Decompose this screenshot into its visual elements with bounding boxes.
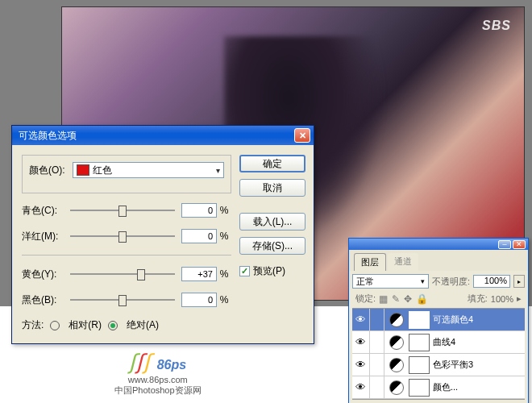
layer-item[interactable]: 👁 曲线4 [352,331,525,354]
layer-name[interactable]: 色彩平衡3 [430,359,525,371]
absolute-label: 绝对(A) [127,318,159,332]
visibility-icon[interactable]: 👁 [352,331,370,354]
selective-color-dialog: 可选颜色选项 ✕ 颜色(O): 红色 ▾ 青色(C): % 洋红(M): [11,125,314,344]
ok-button[interactable]: 确定 [239,155,305,172]
broadcast-watermark: SBS [482,19,511,33]
panel-titlebar[interactable]: – ✕ [349,239,528,250]
visibility-icon[interactable]: 👁 [352,376,370,399]
tab-layers[interactable]: 图层 [354,253,386,271]
magenta-input[interactable] [181,229,217,243]
blend-mode-select[interactable]: 正常 ▾ [352,274,429,289]
dialog-titlebar[interactable]: 可选颜色选项 ✕ [12,126,314,145]
panel-close-icon[interactable]: ✕ [513,240,526,249]
cyan-slider[interactable] [70,203,175,218]
layers-panel: – ✕ 图层 通道 正常 ▾ 不透明度: 100% ▸ 锁定: ▦ ✎ ✥ 🔒 … [348,238,529,403]
lock-transparency-icon[interactable]: ▦ [379,293,388,305]
close-icon[interactable]: ✕ [294,128,310,143]
layer-mask-thumb[interactable] [409,356,430,374]
chevron-down-icon: ▾ [421,277,425,285]
adjustment-icon [389,380,404,395]
black-slider[interactable] [70,293,175,307]
black-input[interactable] [181,293,217,307]
adjustment-icon [389,358,404,372]
layer-name[interactable]: 颜色... [430,381,525,393]
magenta-label: 洋红(M): [22,230,70,243]
visibility-icon[interactable]: 👁 [352,309,370,331]
adjustment-icon [389,313,404,327]
yellow-input[interactable] [181,267,217,281]
preview-checkbox[interactable]: ✓ 预览(P) [239,264,305,278]
layer-name[interactable]: 曲线4 [430,336,525,348]
yellow-slider[interactable] [70,267,175,281]
lock-all-icon[interactable]: 🔒 [416,293,428,305]
link-slot[interactable] [370,309,384,331]
load-button[interactable]: 载入(L)... [239,213,305,231]
relative-label: 相对(R) [69,318,102,332]
layer-item[interactable]: 👁 色彩平衡3 [352,354,525,376]
site-logo: ʃʃʃ 86ps www.86ps.com 中国Photoshop资源网 [114,350,202,397]
magenta-slider[interactable] [70,229,175,243]
tab-channels[interactable]: 通道 [388,253,418,271]
cyan-input[interactable] [181,203,217,218]
dialog-title: 可选颜色选项 [19,129,294,143]
cancel-button[interactable]: 取消 [239,179,305,197]
save-button[interactable]: 存储(S)... [239,237,305,255]
adjustment-icon [389,335,404,350]
opacity-input[interactable]: 100% [473,275,510,288]
link-slot[interactable] [370,331,384,354]
lock-position-icon[interactable]: ✥ [404,293,412,305]
absolute-radio[interactable] [108,321,118,330]
yellow-label: 黄色(Y): [22,268,70,281]
lock-label: 锁定: [355,293,376,305]
layer-mask-thumb[interactable] [409,334,430,351]
method-label: 方法: [22,318,44,332]
layer-item[interactable]: 👁 颜色... [352,376,525,399]
fill-label: 填充: [468,293,488,305]
cyan-label: 青色(C): [22,204,70,218]
fill-input[interactable]: 100% [491,294,513,304]
relative-radio[interactable] [50,321,60,330]
black-label: 黑色(B): [22,293,70,307]
link-slot[interactable] [370,376,384,399]
color-swatch-icon [77,164,89,176]
layers-list: 👁 可选颜色4 👁 曲线4 👁 色彩平衡3 👁 [352,309,525,399]
lock-paint-icon[interactable]: ✎ [392,293,400,305]
visibility-icon[interactable]: 👁 [352,354,370,376]
checkbox-icon: ✓ [239,266,250,276]
color-value: 红色 [93,164,112,177]
link-slot[interactable] [370,354,384,376]
minimize-icon[interactable]: – [498,240,511,249]
opacity-arrow-icon[interactable]: ▸ [513,275,525,288]
layer-item[interactable]: 👁 可选颜色4 [352,309,525,331]
preview-label: 预览(P) [253,264,285,278]
opacity-label: 不透明度: [432,276,470,288]
layer-mask-thumb[interactable] [409,311,430,329]
chevron-down-icon: ▾ [216,166,220,175]
fill-arrow-icon[interactable]: ▸ [517,293,522,304]
color-label: 颜色(O): [29,164,73,177]
divider [22,255,231,256]
color-select[interactable]: 红色 ▾ [73,162,224,178]
layer-name[interactable]: 可选颜色4 [430,314,525,326]
layer-mask-thumb[interactable] [409,379,430,397]
